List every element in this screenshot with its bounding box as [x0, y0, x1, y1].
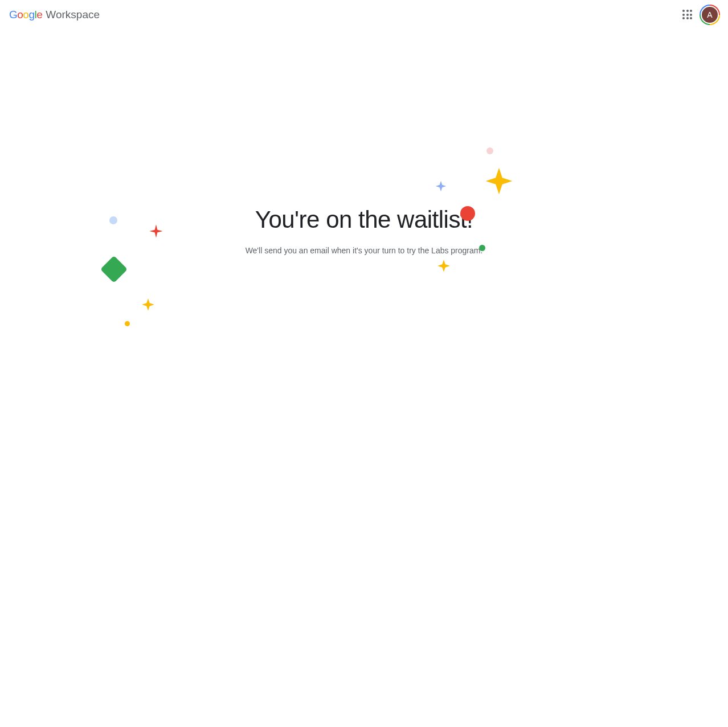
decoration-circle: [486, 147, 493, 154]
header-actions: A: [682, 6, 719, 24]
header: Google Workspace A: [0, 0, 728, 30]
google-workspace-logo[interactable]: Google Workspace: [9, 9, 100, 21]
decoration-circle: [125, 321, 130, 326]
workspace-text: Workspace: [46, 9, 100, 21]
decoration-circle: [109, 216, 117, 224]
google-logo-text: Google: [9, 9, 42, 21]
decoration-circle: [460, 206, 475, 221]
account-avatar[interactable]: A: [701, 6, 719, 24]
sparkle-icon: [148, 223, 164, 239]
sparkle-icon: [436, 258, 451, 273]
decoration-circle: [479, 245, 485, 251]
decoration-diamond: [100, 256, 128, 283]
sparkle-icon: [435, 180, 447, 192]
sparkle-icon: [483, 165, 515, 197]
page-subtitle: We'll send you an email when it's your t…: [0, 246, 728, 255]
apps-launcher-icon[interactable]: [682, 10, 693, 20]
main-content: You're on the waitlist! We'll send you a…: [0, 30, 728, 255]
avatar-initial: A: [701, 6, 719, 24]
sparkle-icon: [141, 297, 156, 312]
